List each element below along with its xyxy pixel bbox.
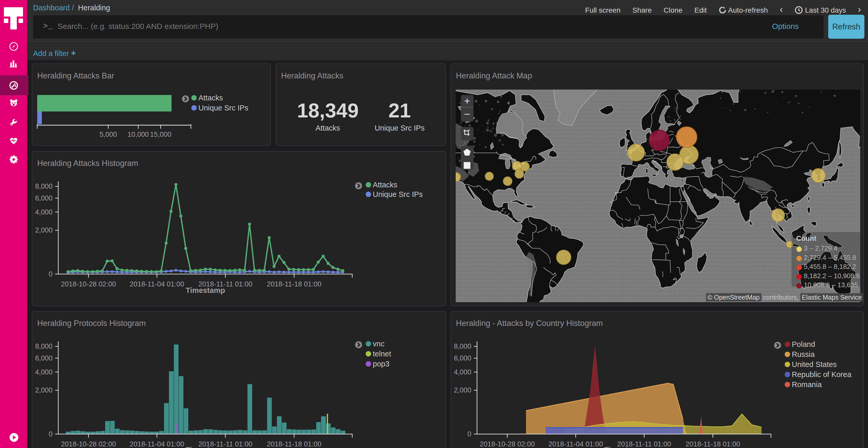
svg-text:0: 0 <box>49 270 53 278</box>
svg-text:0: 0 <box>467 430 471 438</box>
svg-text:2018-11-04 01:00: 2018-11-04 01:00 <box>130 280 184 288</box>
svg-text:Timestamp: Timestamp <box>604 446 644 448</box>
svg-text:vnc: vnc <box>373 340 384 348</box>
svg-text:6,000: 6,000 <box>454 354 471 362</box>
svg-text:2018-10-28 02:00: 2018-10-28 02:00 <box>61 280 116 288</box>
svg-text:2018-11-04 01:00: 2018-11-04 01:00 <box>130 440 184 448</box>
svg-text:2,000: 2,000 <box>35 226 53 234</box>
svg-text:Unique Src IPs: Unique Src IPs <box>198 104 248 112</box>
svg-text:Republic of Korea: Republic of Korea <box>792 370 851 379</box>
svg-text:2018-10-28 02:00: 2018-10-28 02:00 <box>480 440 535 448</box>
svg-text:Russia: Russia <box>792 350 815 358</box>
svg-text:4,000: 4,000 <box>35 208 53 216</box>
svg-text:2018-11-04 01:00: 2018-11-04 01:00 <box>549 440 603 448</box>
svg-text:Romania: Romania <box>792 380 822 389</box>
svg-text:Unique Src IPs: Unique Src IPs <box>373 190 423 199</box>
svg-text:Timestamp: Timestamp <box>186 446 225 448</box>
svg-text:4,000: 4,000 <box>35 368 53 376</box>
svg-text:10,000: 10,000 <box>128 131 149 138</box>
svg-text:8,000: 8,000 <box>35 182 53 190</box>
svg-text:2,000: 2,000 <box>35 386 53 394</box>
svg-text:6,000: 6,000 <box>35 194 53 202</box>
svg-text:2,000: 2,000 <box>454 386 471 394</box>
svg-text:Attacks: Attacks <box>373 181 397 189</box>
svg-text:Attacks: Attacks <box>198 94 223 102</box>
svg-text:2018-11-18 01:00: 2018-11-18 01:00 <box>267 440 321 448</box>
svg-text:2018-11-18 01:00: 2018-11-18 01:00 <box>686 440 740 448</box>
svg-text:6,000: 6,000 <box>35 354 53 362</box>
svg-text:pop3: pop3 <box>373 360 390 368</box>
svg-text:15,000: 15,000 <box>150 131 172 138</box>
svg-text:Poland: Poland <box>792 340 815 348</box>
svg-text:5,000: 5,000 <box>99 131 117 138</box>
svg-text:Timestamp: Timestamp <box>186 286 225 295</box>
svg-text:8,000: 8,000 <box>35 342 53 350</box>
svg-text:2018-11-18 01:00: 2018-11-18 01:00 <box>267 280 321 288</box>
svg-text:8,000: 8,000 <box>454 342 471 350</box>
svg-text:4,000: 4,000 <box>454 368 471 376</box>
svg-text:0: 0 <box>49 430 53 438</box>
svg-text:United States: United States <box>792 360 837 369</box>
svg-text:telnet: telnet <box>373 350 391 358</box>
svg-text:2018-10-28 02:00: 2018-10-28 02:00 <box>61 440 116 448</box>
